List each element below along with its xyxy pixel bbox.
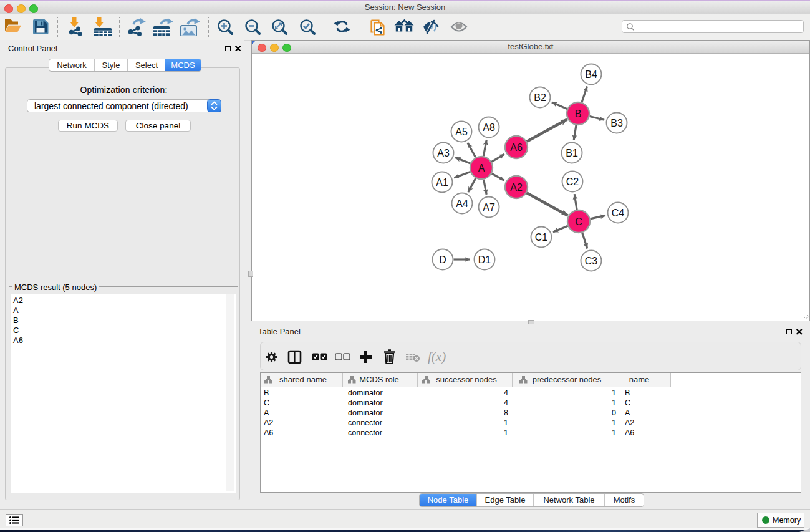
svg-text:B2: B2 [534, 92, 546, 103]
svg-text:A: A [478, 163, 485, 173]
svg-text:A6: A6 [510, 142, 523, 153]
svg-text:D: D [439, 254, 446, 265]
svg-text:C1: C1 [535, 232, 548, 243]
svg-text:B: B [575, 109, 582, 119]
svg-text:B3: B3 [610, 118, 623, 128]
svg-text:A1: A1 [436, 177, 448, 188]
svg-text:C3: C3 [585, 256, 598, 266]
svg-text:C: C [575, 216, 582, 227]
svg-text:A3: A3 [437, 148, 450, 158]
svg-text:D1: D1 [478, 254, 491, 265]
svg-text:A7: A7 [483, 202, 495, 213]
svg-text:B4: B4 [585, 69, 597, 80]
svg-text:B1: B1 [566, 148, 578, 158]
svg-text:A2: A2 [510, 182, 523, 193]
svg-text:A8: A8 [483, 122, 495, 133]
svg-text:C2: C2 [566, 177, 579, 187]
svg-text:C4: C4 [612, 208, 625, 218]
svg-text:A4: A4 [456, 198, 468, 209]
svg-text:A5: A5 [455, 127, 468, 137]
